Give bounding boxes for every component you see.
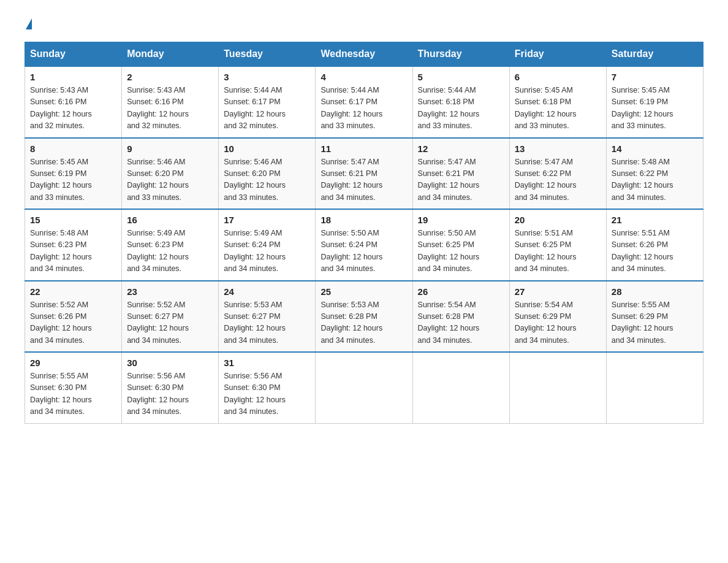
calendar-cell: 28 Sunrise: 5:55 AM Sunset: 6:29 PM Dayl…	[606, 281, 703, 353]
day-info: Sunrise: 5:49 AM Sunset: 6:23 PM Dayligh…	[127, 228, 213, 275]
col-header-monday: Monday	[122, 42, 219, 67]
calendar-cell: 6 Sunrise: 5:45 AM Sunset: 6:18 PM Dayli…	[509, 66, 606, 138]
calendar-cell: 1 Sunrise: 5:43 AM Sunset: 6:16 PM Dayli…	[25, 66, 122, 138]
calendar-cell: 8 Sunrise: 5:45 AM Sunset: 6:19 PM Dayli…	[25, 138, 122, 210]
calendar-cell: 14 Sunrise: 5:48 AM Sunset: 6:22 PM Dayl…	[606, 138, 703, 210]
day-info: Sunrise: 5:53 AM Sunset: 6:27 PM Dayligh…	[224, 299, 310, 347]
day-number: 24	[224, 286, 310, 297]
calendar-cell: 25 Sunrise: 5:53 AM Sunset: 6:28 PM Dayl…	[316, 281, 412, 353]
calendar-week-row: 15 Sunrise: 5:48 AM Sunset: 6:23 PM Dayl…	[25, 209, 703, 281]
day-number: 12	[418, 144, 504, 154]
day-number: 11	[320, 144, 407, 154]
day-number: 4	[320, 72, 407, 82]
calendar-cell: 26 Sunrise: 5:54 AM Sunset: 6:28 PM Dayl…	[412, 281, 509, 353]
day-info: Sunrise: 5:51 AM Sunset: 6:26 PM Dayligh…	[612, 228, 698, 275]
col-header-wednesday: Wednesday	[316, 42, 412, 67]
calendar-cell: 10 Sunrise: 5:46 AM Sunset: 6:20 PM Dayl…	[219, 138, 316, 210]
day-info: Sunrise: 5:55 AM Sunset: 6:30 PM Dayligh…	[30, 370, 116, 418]
day-info: Sunrise: 5:52 AM Sunset: 6:26 PM Dayligh…	[30, 299, 116, 347]
logo-triangle-icon	[26, 18, 32, 29]
day-number: 10	[224, 144, 310, 154]
calendar-week-row: 29 Sunrise: 5:55 AM Sunset: 6:30 PM Dayl…	[25, 352, 703, 423]
col-header-sunday: Sunday	[25, 42, 122, 67]
col-header-saturday: Saturday	[606, 42, 703, 67]
calendar-cell: 31 Sunrise: 5:56 AM Sunset: 6:30 PM Dayl…	[219, 352, 316, 423]
day-info: Sunrise: 5:46 AM Sunset: 6:20 PM Dayligh…	[224, 156, 310, 204]
day-number: 3	[224, 72, 310, 82]
day-number: 30	[127, 358, 213, 368]
calendar-cell: 15 Sunrise: 5:48 AM Sunset: 6:23 PM Dayl…	[25, 209, 122, 281]
day-info: Sunrise: 5:45 AM Sunset: 6:19 PM Dayligh…	[612, 85, 698, 132]
calendar-cell: 9 Sunrise: 5:46 AM Sunset: 6:20 PM Dayli…	[122, 138, 219, 210]
day-number: 29	[30, 358, 116, 368]
day-info: Sunrise: 5:50 AM Sunset: 6:25 PM Dayligh…	[418, 228, 504, 275]
col-header-friday: Friday	[509, 42, 606, 67]
calendar-cell: 23 Sunrise: 5:52 AM Sunset: 6:27 PM Dayl…	[122, 281, 219, 353]
day-info: Sunrise: 5:44 AM Sunset: 6:17 PM Dayligh…	[224, 85, 310, 132]
day-info: Sunrise: 5:55 AM Sunset: 6:29 PM Dayligh…	[612, 299, 698, 347]
calendar-cell: 22 Sunrise: 5:52 AM Sunset: 6:26 PM Dayl…	[25, 281, 122, 353]
day-number: 8	[30, 144, 116, 154]
calendar-table: SundayMondayTuesdayWednesdayThursdayFrid…	[25, 42, 703, 424]
col-header-thursday: Thursday	[412, 42, 509, 67]
day-number: 20	[515, 215, 601, 225]
day-info: Sunrise: 5:53 AM Sunset: 6:28 PM Dayligh…	[320, 299, 407, 347]
day-info: Sunrise: 5:54 AM Sunset: 6:29 PM Dayligh…	[515, 299, 601, 347]
day-info: Sunrise: 5:43 AM Sunset: 6:16 PM Dayligh…	[30, 85, 116, 132]
day-info: Sunrise: 5:45 AM Sunset: 6:18 PM Dayligh…	[515, 85, 601, 132]
day-info: Sunrise: 5:48 AM Sunset: 6:22 PM Dayligh…	[612, 156, 698, 204]
day-info: Sunrise: 5:46 AM Sunset: 6:20 PM Dayligh…	[127, 156, 213, 204]
day-info: Sunrise: 5:49 AM Sunset: 6:24 PM Dayligh…	[224, 228, 310, 275]
day-number: 31	[224, 358, 310, 368]
day-info: Sunrise: 5:51 AM Sunset: 6:25 PM Dayligh…	[515, 228, 601, 275]
day-info: Sunrise: 5:44 AM Sunset: 6:17 PM Dayligh…	[320, 85, 407, 132]
calendar-cell	[316, 352, 412, 423]
calendar-cell: 17 Sunrise: 5:49 AM Sunset: 6:24 PM Dayl…	[219, 209, 316, 281]
day-info: Sunrise: 5:50 AM Sunset: 6:24 PM Dayligh…	[320, 228, 407, 275]
day-number: 15	[30, 215, 116, 225]
calendar-cell: 30 Sunrise: 5:56 AM Sunset: 6:30 PM Dayl…	[122, 352, 219, 423]
day-number: 17	[224, 215, 310, 225]
day-number: 14	[612, 144, 698, 154]
day-info: Sunrise: 5:54 AM Sunset: 6:28 PM Dayligh…	[418, 299, 504, 347]
calendar-cell: 5 Sunrise: 5:44 AM Sunset: 6:18 PM Dayli…	[412, 66, 509, 138]
day-info: Sunrise: 5:47 AM Sunset: 6:22 PM Dayligh…	[515, 156, 601, 204]
calendar-cell: 4 Sunrise: 5:44 AM Sunset: 6:17 PM Dayli…	[316, 66, 412, 138]
day-info: Sunrise: 5:56 AM Sunset: 6:30 PM Dayligh…	[224, 370, 310, 418]
calendar-cell: 7 Sunrise: 5:45 AM Sunset: 6:19 PM Dayli…	[606, 66, 703, 138]
page-header	[25, 18, 703, 29]
day-info: Sunrise: 5:44 AM Sunset: 6:18 PM Dayligh…	[418, 85, 504, 132]
calendar-cell: 21 Sunrise: 5:51 AM Sunset: 6:26 PM Dayl…	[606, 209, 703, 281]
day-number: 2	[127, 72, 213, 82]
calendar-header-row: SundayMondayTuesdayWednesdayThursdayFrid…	[25, 42, 703, 67]
day-number: 13	[515, 144, 601, 154]
day-number: 21	[612, 215, 698, 225]
col-header-tuesday: Tuesday	[219, 42, 316, 67]
calendar-cell: 11 Sunrise: 5:47 AM Sunset: 6:21 PM Dayl…	[316, 138, 412, 210]
day-number: 1	[30, 72, 116, 82]
calendar-cell	[412, 352, 509, 423]
calendar-week-row: 8 Sunrise: 5:45 AM Sunset: 6:19 PM Dayli…	[25, 138, 703, 210]
day-number: 5	[418, 72, 504, 82]
day-number: 23	[127, 286, 213, 297]
day-info: Sunrise: 5:56 AM Sunset: 6:30 PM Dayligh…	[127, 370, 213, 418]
calendar-cell: 18 Sunrise: 5:50 AM Sunset: 6:24 PM Dayl…	[316, 209, 412, 281]
day-info: Sunrise: 5:47 AM Sunset: 6:21 PM Dayligh…	[418, 156, 504, 204]
calendar-cell: 29 Sunrise: 5:55 AM Sunset: 6:30 PM Dayl…	[25, 352, 122, 423]
day-info: Sunrise: 5:43 AM Sunset: 6:16 PM Dayligh…	[127, 85, 213, 132]
day-number: 28	[612, 286, 698, 297]
day-number: 27	[515, 286, 601, 297]
day-number: 26	[418, 286, 504, 297]
day-info: Sunrise: 5:45 AM Sunset: 6:19 PM Dayligh…	[30, 156, 116, 204]
calendar-cell: 20 Sunrise: 5:51 AM Sunset: 6:25 PM Dayl…	[509, 209, 606, 281]
calendar-cell: 27 Sunrise: 5:54 AM Sunset: 6:29 PM Dayl…	[509, 281, 606, 353]
day-number: 6	[515, 72, 601, 82]
day-info: Sunrise: 5:47 AM Sunset: 6:21 PM Dayligh…	[320, 156, 407, 204]
logo	[25, 18, 32, 29]
calendar-cell: 3 Sunrise: 5:44 AM Sunset: 6:17 PM Dayli…	[219, 66, 316, 138]
calendar-cell	[509, 352, 606, 423]
calendar-cell: 24 Sunrise: 5:53 AM Sunset: 6:27 PM Dayl…	[219, 281, 316, 353]
day-info: Sunrise: 5:48 AM Sunset: 6:23 PM Dayligh…	[30, 228, 116, 275]
day-number: 9	[127, 144, 213, 154]
day-number: 7	[612, 72, 698, 82]
